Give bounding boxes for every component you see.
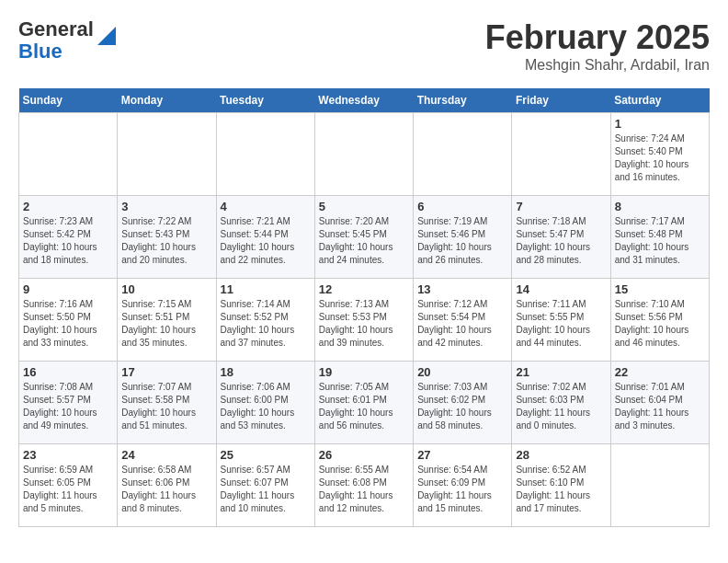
calendar-header-row: SundayMondayTuesdayWednesdayThursdayFrid… (19, 88, 710, 113)
logo-blue: Blue (18, 40, 63, 63)
calendar-cell: 21Sunrise: 7:02 AM Sunset: 6:03 PM Dayli… (512, 362, 610, 444)
day-info: Sunrise: 6:59 AM Sunset: 6:05 PM Dayligh… (23, 464, 113, 515)
day-info: Sunrise: 7:22 AM Sunset: 5:43 PM Dayligh… (121, 215, 211, 267)
logo-general: General (18, 17, 94, 40)
day-info: Sunrise: 6:54 AM Sunset: 6:09 PM Dayligh… (417, 464, 507, 515)
day-info: Sunrise: 7:13 AM Sunset: 5:53 PM Dayligh… (319, 298, 409, 350)
day-number: 16 (23, 365, 113, 379)
day-info: Sunrise: 7:24 AM Sunset: 5:40 PM Dayligh… (615, 132, 705, 184)
day-number: 25 (221, 448, 311, 462)
day-number: 15 (615, 282, 705, 296)
day-number: 9 (23, 282, 113, 296)
calendar-week-row: 23Sunrise: 6:59 AM Sunset: 6:05 PM Dayli… (19, 444, 710, 527)
calendar-cell: 3Sunrise: 7:22 AM Sunset: 5:43 PM Daylig… (118, 196, 216, 279)
calendar-table: SundayMondayTuesdayWednesdayThursdayFrid… (18, 88, 710, 527)
day-info: Sunrise: 7:20 AM Sunset: 5:45 PM Dayligh… (319, 215, 409, 267)
day-number: 12 (319, 282, 409, 296)
day-info: Sunrise: 6:57 AM Sunset: 6:07 PM Dayligh… (221, 464, 311, 515)
day-info: Sunrise: 6:58 AM Sunset: 6:06 PM Dayligh… (121, 464, 211, 515)
day-number: 21 (516, 365, 606, 379)
header-wednesday: Wednesday (314, 88, 413, 113)
calendar-cell (414, 113, 512, 196)
calendar-week-row: 1Sunrise: 7:24 AM Sunset: 5:40 PM Daylig… (19, 113, 710, 196)
day-number: 8 (615, 200, 705, 213)
calendar-subtitle: Meshgin Shahr, Ardabil, Iran (485, 57, 710, 74)
calendar-cell (512, 113, 610, 196)
calendar-cell: 13Sunrise: 7:12 AM Sunset: 5:54 PM Dayli… (414, 279, 512, 362)
svg-marker-0 (97, 27, 116, 45)
header-friday: Friday (512, 88, 610, 113)
day-info: Sunrise: 7:19 AM Sunset: 5:46 PM Dayligh… (417, 215, 507, 267)
day-info: Sunrise: 7:01 AM Sunset: 6:04 PM Dayligh… (615, 381, 705, 432)
day-number: 23 (23, 448, 113, 462)
day-info: Sunrise: 7:05 AM Sunset: 6:01 PM Dayligh… (319, 381, 409, 432)
calendar-cell: 14Sunrise: 7:11 AM Sunset: 5:55 PM Dayli… (512, 279, 610, 362)
calendar-cell (216, 113, 314, 196)
day-info: Sunrise: 7:06 AM Sunset: 6:00 PM Dayligh… (221, 381, 311, 432)
day-number: 11 (221, 282, 311, 296)
day-number: 1 (615, 117, 705, 131)
header-tuesday: Tuesday (216, 88, 314, 113)
header-sunday: Sunday (19, 88, 118, 113)
day-number: 4 (221, 200, 311, 213)
calendar-cell: 9Sunrise: 7:16 AM Sunset: 5:50 PM Daylig… (19, 279, 118, 362)
day-number: 6 (417, 200, 507, 213)
calendar-cell: 16Sunrise: 7:08 AM Sunset: 5:57 PM Dayli… (19, 362, 118, 444)
header-saturday: Saturday (610, 88, 709, 113)
day-number: 24 (121, 448, 211, 462)
calendar-cell: 10Sunrise: 7:15 AM Sunset: 5:51 PM Dayli… (118, 279, 216, 362)
day-number: 22 (615, 365, 705, 379)
calendar-cell: 17Sunrise: 7:07 AM Sunset: 5:58 PM Dayli… (118, 362, 216, 444)
calendar-cell: 2Sunrise: 7:23 AM Sunset: 5:42 PM Daylig… (19, 196, 118, 279)
day-info: Sunrise: 7:17 AM Sunset: 5:48 PM Dayligh… (615, 215, 705, 267)
day-info: Sunrise: 7:23 AM Sunset: 5:42 PM Dayligh… (23, 215, 113, 267)
calendar-week-row: 9Sunrise: 7:16 AM Sunset: 5:50 PM Daylig… (19, 279, 710, 362)
calendar-cell: 27Sunrise: 6:54 AM Sunset: 6:09 PM Dayli… (414, 444, 512, 527)
day-number: 2 (23, 200, 113, 213)
calendar-cell: 18Sunrise: 7:06 AM Sunset: 6:00 PM Dayli… (216, 362, 314, 444)
calendar-cell: 8Sunrise: 7:17 AM Sunset: 5:48 PM Daylig… (610, 196, 709, 279)
calendar-cell: 6Sunrise: 7:19 AM Sunset: 5:46 PM Daylig… (414, 196, 512, 279)
calendar-week-row: 2Sunrise: 7:23 AM Sunset: 5:42 PM Daylig… (19, 196, 710, 279)
calendar-cell (118, 113, 216, 196)
day-number: 20 (417, 365, 507, 379)
calendar-cell: 22Sunrise: 7:01 AM Sunset: 6:04 PM Dayli… (610, 362, 709, 444)
header-thursday: Thursday (414, 88, 512, 113)
day-info: Sunrise: 6:55 AM Sunset: 6:08 PM Dayligh… (319, 464, 409, 515)
day-info: Sunrise: 7:21 AM Sunset: 5:44 PM Dayligh… (221, 215, 311, 267)
day-number: 7 (516, 200, 606, 213)
calendar-cell: 1Sunrise: 7:24 AM Sunset: 5:40 PM Daylig… (610, 113, 709, 196)
calendar-cell (610, 444, 709, 527)
calendar-cell: 26Sunrise: 6:55 AM Sunset: 6:08 PM Dayli… (314, 444, 413, 527)
header-monday: Monday (118, 88, 216, 113)
day-info: Sunrise: 7:11 AM Sunset: 5:55 PM Dayligh… (516, 298, 606, 350)
day-info: Sunrise: 7:16 AM Sunset: 5:50 PM Dayligh… (23, 298, 113, 350)
calendar-cell: 12Sunrise: 7:13 AM Sunset: 5:53 PM Dayli… (314, 279, 413, 362)
calendar-cell: 28Sunrise: 6:52 AM Sunset: 6:10 PM Dayli… (512, 444, 610, 527)
calendar-cell: 7Sunrise: 7:18 AM Sunset: 5:47 PM Daylig… (512, 196, 610, 279)
calendar-cell: 4Sunrise: 7:21 AM Sunset: 5:44 PM Daylig… (216, 196, 314, 279)
day-info: Sunrise: 7:08 AM Sunset: 5:57 PM Dayligh… (23, 381, 113, 432)
day-info: Sunrise: 7:12 AM Sunset: 5:54 PM Dayligh… (417, 298, 507, 350)
calendar-cell (19, 113, 118, 196)
day-info: Sunrise: 7:18 AM Sunset: 5:47 PM Dayligh… (516, 215, 606, 267)
calendar-cell: 11Sunrise: 7:14 AM Sunset: 5:52 PM Dayli… (216, 279, 314, 362)
logo-text: General Blue (18, 18, 116, 63)
day-info: Sunrise: 7:03 AM Sunset: 6:02 PM Dayligh… (417, 381, 507, 432)
calendar-title: February 2025 (485, 18, 710, 57)
day-info: Sunrise: 7:02 AM Sunset: 6:03 PM Dayligh… (516, 381, 606, 432)
logo: General Blue (18, 18, 116, 63)
day-number: 13 (417, 282, 507, 296)
day-number: 28 (516, 448, 606, 462)
calendar-cell: 5Sunrise: 7:20 AM Sunset: 5:45 PM Daylig… (314, 196, 413, 279)
calendar-cell (314, 113, 413, 196)
day-number: 19 (319, 365, 409, 379)
day-number: 5 (319, 200, 409, 213)
day-number: 27 (417, 448, 507, 462)
day-info: Sunrise: 7:15 AM Sunset: 5:51 PM Dayligh… (121, 298, 211, 350)
calendar-cell: 24Sunrise: 6:58 AM Sunset: 6:06 PM Dayli… (118, 444, 216, 527)
calendar-cell: 25Sunrise: 6:57 AM Sunset: 6:07 PM Dayli… (216, 444, 314, 527)
day-number: 14 (516, 282, 606, 296)
day-info: Sunrise: 7:10 AM Sunset: 5:56 PM Dayligh… (615, 298, 705, 350)
calendar-cell: 15Sunrise: 7:10 AM Sunset: 5:56 PM Dayli… (610, 279, 709, 362)
